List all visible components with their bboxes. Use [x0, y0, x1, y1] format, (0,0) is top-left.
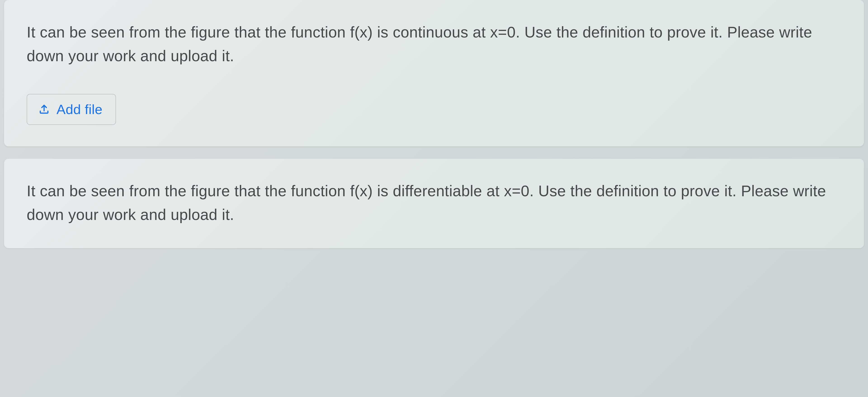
- upload-icon: [38, 103, 50, 116]
- question-card: It can be seen from the figure that the …: [4, 0, 864, 146]
- add-file-button[interactable]: Add file: [27, 94, 116, 125]
- question-card: It can be seen from the figure that the …: [4, 159, 864, 248]
- form-wrapper: It can be seen from the figure that the …: [0, 0, 868, 248]
- question-text: It can be seen from the figure that the …: [27, 20, 841, 68]
- question-text: It can be seen from the figure that the …: [27, 179, 841, 227]
- add-file-label: Add file: [57, 102, 102, 117]
